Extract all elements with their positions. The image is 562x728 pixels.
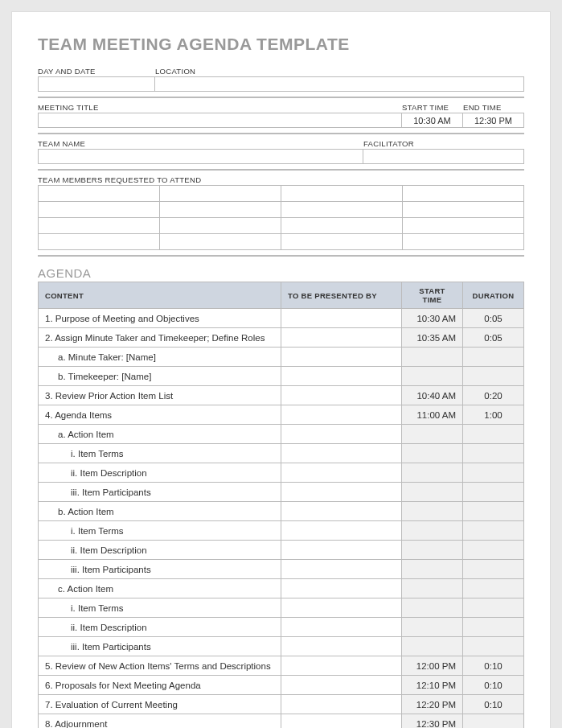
member-cell[interactable] xyxy=(281,186,403,202)
agenda-start: 10:40 AM xyxy=(402,386,463,405)
agenda-content: i. Item Terms xyxy=(39,598,281,618)
agenda-duration: 0:05 xyxy=(463,328,524,348)
agenda-presenter[interactable] xyxy=(281,618,402,637)
agenda-row: i. Item Terms xyxy=(39,521,524,541)
member-cell[interactable] xyxy=(281,202,403,218)
agenda-presenter[interactable] xyxy=(281,714,402,729)
agenda-start xyxy=(402,637,463,656)
agenda-row: 6. Proposals for Next Meeting Agenda12:1… xyxy=(39,676,524,695)
agenda-presenter[interactable] xyxy=(281,656,402,676)
col-content: CONTENT xyxy=(39,282,281,309)
agenda-presenter[interactable] xyxy=(281,598,402,618)
agenda-content: iii. Item Participants xyxy=(39,637,281,656)
agenda-start xyxy=(402,463,463,483)
member-cell[interactable] xyxy=(281,218,403,234)
agenda-start xyxy=(402,367,463,386)
agenda-presenter[interactable] xyxy=(281,579,402,598)
agenda-presenter[interactable] xyxy=(281,695,402,714)
divider xyxy=(38,169,524,171)
agenda-start xyxy=(402,444,463,463)
label-location: LOCATION xyxy=(155,65,524,76)
member-cell[interactable] xyxy=(39,234,160,250)
agenda-start xyxy=(402,483,463,502)
col-duration: DURATION xyxy=(463,282,524,309)
agenda-start xyxy=(402,502,463,521)
members-table xyxy=(38,185,524,250)
col-start: START TIME xyxy=(402,282,463,309)
member-cell[interactable] xyxy=(160,202,281,218)
agenda-duration xyxy=(463,367,524,386)
field-team-name[interactable] xyxy=(38,149,363,164)
member-cell[interactable] xyxy=(160,186,281,202)
label-meeting-title: MEETING TITLE xyxy=(38,101,402,113)
member-cell[interactable] xyxy=(160,218,281,234)
agenda-content: i. Item Terms xyxy=(39,444,281,463)
agenda-duration xyxy=(463,714,524,729)
agenda-presenter[interactable] xyxy=(281,348,402,367)
field-end-time[interactable]: 12:30 PM xyxy=(463,113,524,128)
member-cell[interactable] xyxy=(281,234,403,250)
agenda-presenter[interactable] xyxy=(281,328,402,348)
agenda-content: c. Action Item xyxy=(39,579,281,598)
agenda-row: b. Action Item xyxy=(39,502,524,521)
agenda-duration xyxy=(463,637,524,656)
member-cell[interactable] xyxy=(403,234,524,250)
agenda-duration xyxy=(463,598,524,618)
member-cell[interactable] xyxy=(39,218,160,234)
agenda-start xyxy=(402,521,463,541)
member-cell[interactable] xyxy=(403,186,524,202)
field-start-time[interactable]: 10:30 AM xyxy=(402,113,463,128)
agenda-presenter[interactable] xyxy=(281,521,402,541)
field-day-date[interactable] xyxy=(38,76,155,92)
agenda-row: 2. Assign Minute Taker and Timekeeper; D… xyxy=(39,328,524,348)
label-facilitator: FACILITATOR xyxy=(363,138,524,149)
agenda-start: 12:10 PM xyxy=(402,676,463,695)
member-cell[interactable] xyxy=(403,202,524,218)
agenda-row: iii. Item Participants xyxy=(39,560,524,579)
member-cell[interactable] xyxy=(39,202,160,218)
agenda-presenter[interactable] xyxy=(281,502,402,521)
agenda-content: ii. Item Description xyxy=(39,541,281,560)
agenda-duration xyxy=(463,502,524,521)
member-cell[interactable] xyxy=(160,234,281,250)
agenda-presenter[interactable] xyxy=(281,483,402,502)
agenda-presenter[interactable] xyxy=(281,367,402,386)
member-cell[interactable] xyxy=(403,218,524,234)
agenda-presenter[interactable] xyxy=(281,541,402,560)
agenda-presenter[interactable] xyxy=(281,386,402,405)
agenda-row: ii. Item Description xyxy=(39,541,524,560)
agenda-start xyxy=(402,618,463,637)
agenda-duration: 0:10 xyxy=(463,695,524,714)
agenda-presenter[interactable] xyxy=(281,676,402,695)
divider xyxy=(38,133,524,134)
agenda-content: ii. Item Description xyxy=(39,618,281,637)
agenda-presenter[interactable] xyxy=(281,463,402,483)
agenda-duration: 0:10 xyxy=(463,676,524,695)
field-facilitator[interactable] xyxy=(363,149,524,164)
agenda-presenter[interactable] xyxy=(281,637,402,656)
agenda-presenter[interactable] xyxy=(281,560,402,579)
agenda-row: 4. Agenda Items11:00 AM1:00 xyxy=(39,405,524,425)
label-end-time: END TIME xyxy=(463,101,524,113)
agenda-content: 7. Evaluation of Current Meeting xyxy=(39,695,281,714)
agenda-row: ii. Item Description xyxy=(39,618,524,637)
agenda-content: i. Item Terms xyxy=(39,521,281,541)
agenda-start: 10:35 AM xyxy=(402,328,463,348)
member-cell[interactable] xyxy=(39,186,160,202)
field-meeting-title[interactable] xyxy=(38,113,402,128)
agenda-content: iii. Item Participants xyxy=(39,560,281,579)
agenda-row: b. Timekeeper: [Name] xyxy=(39,367,524,386)
agenda-row: 7. Evaluation of Current Meeting12:20 PM… xyxy=(39,695,524,714)
agenda-presenter[interactable] xyxy=(281,309,402,328)
agenda-presenter[interactable] xyxy=(281,444,402,463)
agenda-row: i. Item Terms xyxy=(39,444,524,463)
field-location[interactable] xyxy=(155,76,524,92)
agenda-start: 11:00 AM xyxy=(402,405,463,425)
agenda-start xyxy=(402,348,463,367)
divider xyxy=(38,255,524,257)
agenda-start: 12:20 PM xyxy=(402,695,463,714)
agenda-presenter[interactable] xyxy=(281,405,402,425)
agenda-content: 5. Review of New Action Items' Terms and… xyxy=(39,656,281,676)
agenda-start: 12:30 PM xyxy=(402,714,463,729)
agenda-presenter[interactable] xyxy=(281,425,402,444)
